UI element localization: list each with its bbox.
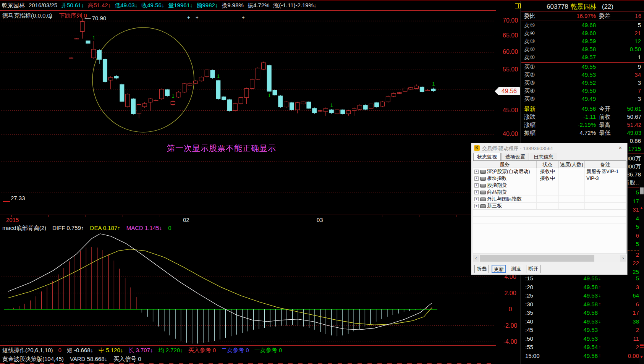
svg-text:+: + (242, 15, 245, 20)
indicator-part: 0 (58, 347, 61, 353)
expand-icon[interactable]: + (474, 170, 479, 174)
tick-price: 49.55 (556, 275, 598, 281)
table-cell: 商品期货 (487, 189, 537, 196)
table-cell (559, 168, 585, 175)
service-row[interactable]: +外汇与国际指数 (473, 196, 626, 203)
volume: 1 (598, 54, 641, 60)
topbar-field: 涨(-1.11)-2.19%↓ (273, 2, 316, 8)
info-label: 前收 (599, 113, 610, 121)
scroll-up-marker[interactable]: ▲ (639, 205, 644, 210)
dialog-title: 交易师-驱动程序 - 13893603561 (482, 145, 553, 152)
ask-row[interactable]: 卖②49.580.50 (521, 46, 644, 54)
tab-0[interactable]: 状态监视 (473, 153, 501, 161)
ask-row[interactable]: 卖③49.5912 (521, 38, 644, 46)
bid-row[interactable]: 买④49.507 (521, 87, 644, 95)
tick-price: 49.58 (556, 284, 598, 290)
dialog-button-折叠[interactable]: 折叠 (474, 265, 489, 273)
macd-chart (0, 223, 500, 346)
close-icon[interactable]: × (615, 144, 626, 152)
tick-row[interactable]: :5049.5311 (521, 335, 644, 343)
tick-price: 49.56 (556, 353, 598, 359)
table-cell (559, 189, 585, 196)
axis-tick (456, 215, 456, 217)
service-row[interactable]: +新三板 (473, 202, 626, 210)
window-icon-bar (518, 3, 519, 8)
tick-row[interactable]: :2549.53↓64 (521, 292, 644, 300)
topbar-field: 乾景园林 (2, 2, 25, 8)
tick-price: 49.54 (556, 344, 598, 350)
svg-text:1: 1 (432, 81, 435, 87)
tick-time: :35 (525, 309, 533, 316)
scroll-left-arrow[interactable]: ‹ (473, 255, 479, 262)
svg-text:1: 1 (92, 35, 95, 40)
bid-row[interactable]: 买①49.559 (521, 63, 644, 71)
tick-row[interactable]: :3549.5817 (521, 309, 644, 317)
ask-row[interactable]: 卖④49.6021 (521, 30, 644, 38)
expand-icon[interactable]: + (474, 183, 479, 188)
column-header[interactable]: 状态 (537, 161, 559, 168)
expand-icon[interactable]: + (474, 190, 479, 194)
info-label: 最低 (599, 129, 610, 137)
dialog-button-测速[interactable]: 测速 (509, 265, 523, 273)
service-row[interactable]: +商品期货 (473, 189, 626, 196)
tab-1[interactable]: 选项设置 (502, 153, 529, 161)
scroll-right-arrow[interactable]: › (620, 255, 626, 262)
topbar-field: 2016/03/25 (29, 2, 57, 8)
tick-row[interactable]: :4549.532 (521, 327, 644, 335)
price: 49.59 (544, 38, 596, 44)
info-label: 涨幅 (524, 121, 536, 129)
table-cell: 接收中 (537, 175, 559, 182)
ask-row[interactable]: 卖⑤49.685 (521, 22, 644, 30)
horizontal-scrollbar[interactable]: ‹ › (473, 255, 626, 262)
tick-row[interactable]: :1549.55↓5 (521, 275, 644, 283)
expand-icon[interactable]: + (474, 176, 479, 181)
tick-scroll-thumb[interactable] (640, 187, 644, 194)
app-logo-icon: K (474, 145, 480, 151)
table-cell (537, 196, 559, 202)
chart-annotation: 第一次显示股票不能正确显示 (167, 143, 276, 154)
service-row[interactable]: +股指期货 (473, 182, 626, 189)
dialog-titlebar[interactable]: K 交易师-驱动程序 - 13893603561 × (471, 143, 627, 152)
volume: 0.50 (598, 46, 641, 52)
tick-row[interactable]: :2049.58↑3 (521, 284, 644, 292)
indicator-part: 中 5.120↓ (99, 347, 123, 353)
indicator-part: VARD 58.668↓ (70, 356, 107, 362)
tick-row[interactable]: :5549.54↑2 (521, 344, 644, 352)
dialog-button-更新[interactable]: 更新 (492, 265, 506, 273)
column-header[interactable]: 备注 (585, 161, 626, 168)
tick-row[interactable]: :3049.58↑6 (521, 301, 644, 309)
tick-arrow: ↑ (599, 301, 601, 307)
macd-axis-label: -4.00 (501, 338, 519, 345)
tick-price: 49.58 (556, 301, 598, 307)
tick-row[interactable]: 15:0049.56↑0.00 (521, 353, 644, 361)
dialog-button-断开[interactable]: 断开 (526, 265, 540, 273)
table-cell: 新三板 (487, 202, 537, 209)
service-row[interactable]: +深沪股票(自动启动)接收中新服务器VIP-1 (473, 168, 626, 175)
info-value: 4.72% (544, 129, 596, 136)
tick-row[interactable]: :4049.53↓38 (521, 318, 644, 326)
column-header[interactable]: 服务 (473, 161, 537, 168)
info-row: 涨幅-2.19%最高51.42 (521, 121, 644, 129)
tab-2[interactable]: 日志信息 (530, 153, 557, 161)
time-axis-label: 02 (183, 217, 189, 223)
bid-row[interactable]: 买③49.523 (521, 79, 644, 87)
tick-time: :40 (525, 318, 533, 325)
bid-row[interactable]: 买⑤49.493 (521, 95, 644, 104)
svg-text:1: 1 (172, 94, 175, 99)
window-restore-icon[interactable] (515, 3, 521, 8)
ask-row[interactable]: 卖①49.571 (521, 54, 644, 62)
service-row[interactable]: +板块指数接收中VIP-3 (473, 175, 626, 182)
tick-time: :45 (525, 327, 533, 333)
scroll-down-marker[interactable]: ▼ (639, 354, 644, 359)
indicator-part: 短线操作(20,6,1,10) (2, 347, 53, 353)
server-disk-icon (480, 170, 486, 174)
menu-marker[interactable] (640, 344, 644, 348)
expand-icon[interactable]: + (474, 204, 479, 208)
expand-icon[interactable]: + (474, 197, 479, 201)
bid-row[interactable]: 买②49.5334 (521, 71, 644, 79)
tick-arrow: ↑ (599, 284, 601, 290)
scrollbar-thumb[interactable] (480, 255, 594, 262)
column-header[interactable]: 速度(人数) (559, 161, 585, 168)
volume: 3 (598, 79, 641, 86)
price: 49.53 (544, 71, 596, 78)
